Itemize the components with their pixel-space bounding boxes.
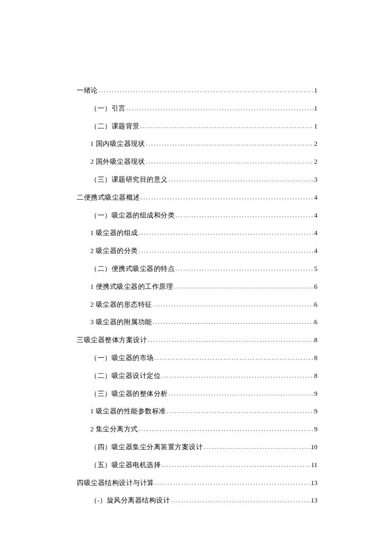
toc-title: （一）吸尘器的组成和分类 — [90, 210, 175, 221]
toc-dots — [145, 139, 314, 148]
toc-title: 一绪论 — [77, 85, 98, 96]
toc-page-number: 2 — [314, 139, 317, 149]
toc-dots — [154, 354, 314, 363]
toc-entry: （三）课题研究目的意义 3 — [77, 174, 317, 185]
toc-page-number: 3 — [314, 174, 317, 185]
toc-entry: （三）吸尘器的整体分析 9 — [77, 389, 317, 399]
toc-page-number: 13 — [311, 495, 318, 506]
toc-entry: （一）引言 1 — [77, 103, 317, 114]
toc-dots — [168, 389, 314, 398]
toc-entry: （二）便携式吸尘器的特点 5 — [77, 264, 317, 274]
toc-page-number: 4 — [314, 192, 317, 203]
toc-entry: （五）吸尘器电机选择 11 — [77, 460, 317, 471]
toc-entry: 一绪论 1 — [77, 85, 317, 96]
toc-dots — [98, 86, 314, 95]
toc-page: 一绪论 1 （一）引言 1 （二）课题背景 1 1 国内吸尘器现状 2 2 国外… — [0, 0, 392, 555]
toc-title: （三）课题研究目的意义 — [90, 174, 168, 185]
toc-entry: 3 吸尘器的附属功能 6 — [77, 317, 317, 328]
toc-dots — [152, 300, 314, 309]
toc-entry: 2 吸尘器的分类 4 — [77, 246, 317, 256]
toc-title: （四）吸尘器集尘分离装置方案设计 — [90, 442, 203, 453]
toc-entry: （四）吸尘器集尘分离装置方案设计 10 — [77, 442, 317, 453]
toc-entry: 1 国内吸尘器现状 2 — [77, 139, 317, 149]
toc-dots — [161, 372, 314, 381]
toc-page-number: 4 — [314, 210, 317, 221]
toc-page-number: 13 — [311, 478, 318, 488]
toc-entry: （-）旋风分离器结构设计 13 — [77, 495, 317, 506]
toc-page-number: 2 — [314, 157, 317, 167]
toc-title: 三吸尘器整体方案设计 — [77, 335, 147, 346]
toc-dots — [145, 157, 314, 166]
toc-title: 四吸尘器结构设计与计算 — [77, 478, 154, 488]
toc-page-number: 6 — [314, 299, 317, 310]
toc-title: 1 便携式吸尘器的工作原理 — [90, 282, 173, 292]
toc-title: （二）便携式吸尘器的特点 — [90, 264, 175, 274]
toc-title: 1 吸尘器的组成 — [90, 228, 138, 238]
toc-dots — [140, 193, 314, 202]
toc-title: （一）吸尘器的市场 — [90, 353, 154, 363]
toc-dots — [170, 496, 311, 505]
toc-entry: （二）吸尘器设计定位 8 — [77, 371, 317, 381]
toc-title: 1 吸尘器的性能参数标准 — [90, 406, 166, 417]
toc-dots — [203, 443, 311, 452]
toc-title: （二）吸尘器设计定位 — [90, 371, 161, 381]
toc-page-number: 6 — [314, 282, 317, 292]
toc-title: 2 吸尘器的分类 — [90, 246, 138, 256]
toc-title: 1 国内吸尘器现状 — [90, 139, 145, 149]
toc-title: 2 国外吸尘器现状 — [90, 157, 145, 167]
toc-page-number: 9 — [314, 389, 317, 399]
toc-title: （三）吸尘器的整体分析 — [90, 389, 168, 399]
toc-title: （一）引言 — [90, 103, 126, 114]
toc-dots — [140, 122, 314, 131]
toc-page-number: 4 — [314, 246, 317, 256]
toc-dots — [138, 229, 314, 238]
toc-page-number: 11 — [311, 460, 317, 471]
toc-entry: （二）课题背景 1 — [77, 121, 317, 132]
toc-page-number: 8 — [314, 371, 317, 381]
toc-title: （-）旋风分离器结构设计 — [90, 495, 170, 506]
toc-page-number: 1 — [314, 85, 317, 96]
toc-dots — [175, 211, 314, 220]
toc-dots — [126, 104, 314, 113]
toc-page-number: 1 — [314, 121, 317, 132]
toc-dots — [138, 247, 314, 256]
toc-dots — [154, 479, 311, 488]
toc-dots — [173, 282, 314, 291]
toc-entry: 二便携式吸尘器概述 4 — [77, 192, 317, 203]
toc-entry: 2 集尘分离方式 9 — [77, 424, 317, 435]
toc-page-number: 6 — [314, 317, 317, 328]
toc-page-number: 9 — [314, 424, 317, 435]
toc-dots — [168, 175, 314, 184]
toc-page-number: 9 — [314, 406, 317, 417]
toc-entry: 1 吸尘器的组成 4 — [77, 228, 317, 238]
toc-page-number: 5 — [314, 264, 317, 274]
toc-title: 二便携式吸尘器概述 — [77, 192, 140, 203]
toc-entry: （一）吸尘器的市场 8 — [77, 353, 317, 363]
toc-entry: 四吸尘器结构设计与计算 13 — [77, 478, 317, 488]
toc-dots — [161, 461, 311, 470]
toc-dots — [138, 425, 314, 434]
toc-entry: 1 便携式吸尘器的工作原理 6 — [77, 282, 317, 292]
toc-entry: 1 吸尘器的性能参数标准 9 — [77, 406, 317, 417]
toc-title: 2 吸尘器的形态特征 — [90, 299, 152, 310]
toc-page-number: 8 — [314, 335, 317, 346]
toc-title: （五）吸尘器电机选择 — [90, 460, 161, 471]
toc-title: 3 吸尘器的附属功能 — [90, 317, 152, 328]
toc-entry: 2 国外吸尘器现状 2 — [77, 157, 317, 167]
toc-entry: 三吸尘器整体方案设计 8 — [77, 335, 317, 346]
toc-page-number: 1 — [314, 103, 317, 114]
toc-dots — [147, 336, 314, 345]
toc-entry: （一）吸尘器的组成和分类 4 — [77, 210, 317, 221]
toc-entry: 2 吸尘器的形态特征 6 — [77, 299, 317, 310]
toc-title: 2 集尘分离方式 — [90, 424, 138, 435]
toc-dots — [175, 264, 314, 273]
toc-page-number: 8 — [314, 353, 317, 363]
toc-dots — [166, 407, 314, 416]
toc-page-number: 10 — [311, 442, 318, 453]
toc-dots — [152, 318, 314, 327]
toc-title: （二）课题背景 — [90, 121, 140, 132]
toc-page-number: 4 — [314, 228, 317, 238]
